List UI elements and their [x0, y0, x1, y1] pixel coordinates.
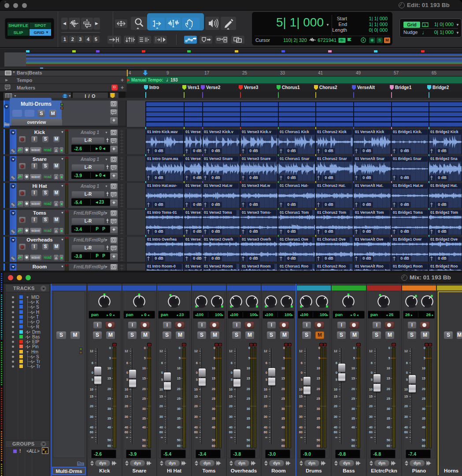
svg-text:1: 1 — [424, 23, 426, 26]
svg-text:a: a — [43, 448, 44, 451]
